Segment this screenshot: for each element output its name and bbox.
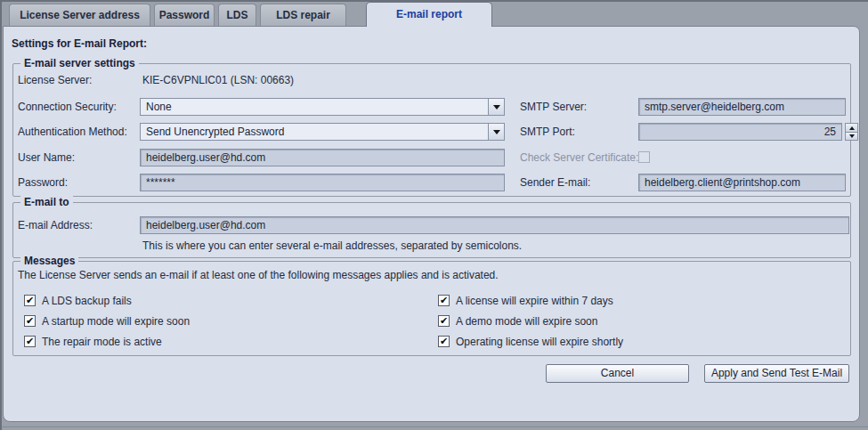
- tab-lds-repair[interactable]: LDS repair: [260, 4, 346, 26]
- password-field[interactable]: *******: [140, 174, 505, 191]
- auth-method-dropdown-button[interactable]: [488, 124, 504, 140]
- auth-method-label: Authentication Method:: [18, 123, 127, 141]
- connection-security-select[interactable]: None: [140, 98, 505, 116]
- license-expire-7days-label: A license will expire within 7 days: [456, 295, 613, 307]
- messages-intro-text: The License Server sends an e-mail if at…: [18, 266, 499, 284]
- smtp-port-label: SMTP Port:: [520, 123, 575, 141]
- operating-license-expire-checkbox[interactable]: ✔: [438, 336, 450, 347]
- chevron-down-icon: [493, 130, 500, 134]
- tab-email-report[interactable]: E-mail report: [366, 2, 492, 27]
- email-address-field[interactable]: heidelberg.user@hd.com: [140, 216, 849, 234]
- messages-group-title: Messages: [20, 255, 78, 267]
- connection-security-selected-value: None: [146, 101, 172, 113]
- operating-license-expire-label: Operating license will expire shortly: [456, 336, 623, 348]
- demo-mode-expire-checkbox[interactable]: ✔: [438, 315, 450, 327]
- startup-mode-expire-checkbox[interactable]: ✔: [24, 315, 36, 327]
- cancel-button[interactable]: Cancel: [546, 364, 689, 383]
- user-name-field[interactable]: heidelberg.user@hd.com: [140, 149, 505, 166]
- apply-and-send-test-email-button[interactable]: Apply and Send Test E-Mail: [704, 364, 849, 383]
- tab-password[interactable]: Password: [154, 4, 215, 26]
- tab-license-server-address[interactable]: License Server address: [9, 4, 150, 26]
- license-expire-7days-checkbox[interactable]: ✔: [438, 295, 450, 306]
- auth-method-selected-value: Send Unencrypted Password: [146, 126, 284, 138]
- tab-lds[interactable]: LDS: [218, 4, 256, 26]
- lds-backup-fails-checkbox[interactable]: ✔: [24, 295, 36, 306]
- smtp-server-field[interactable]: smtp.server@heidelberg.com: [638, 98, 846, 116]
- spinner-up-button[interactable]: [845, 123, 858, 132]
- license-server-label: License Server:: [18, 71, 92, 89]
- license-server-dialog: License Server address Password LDS LDS …: [0, 0, 868, 430]
- check-server-certificate-checkbox: [638, 151, 650, 163]
- smtp-server-label: SMTP Server:: [520, 98, 587, 116]
- email-to-group-title: E-mail to: [20, 196, 73, 208]
- connection-security-label: Connection Security:: [18, 98, 117, 116]
- sender-email-field[interactable]: heidelberg.client@printshop.com: [638, 174, 846, 191]
- password-label: Password:: [18, 174, 68, 191]
- chevron-down-icon: [849, 134, 855, 138]
- email-address-label: E-mail Address:: [18, 216, 93, 234]
- email-address-hint: This is where you can enter several e-ma…: [142, 239, 522, 252]
- demo-mode-expire-label: A demo mode will expire soon: [456, 315, 597, 328]
- auth-method-select[interactable]: Send Unencrypted Password: [140, 123, 505, 141]
- email-server-settings-group-title: E-mail server settings: [20, 57, 139, 69]
- connection-security-dropdown-button[interactable]: [488, 99, 504, 115]
- email-server-settings-group: E-mail server settings License Server: K…: [12, 63, 851, 197]
- email-report-panel: Settings for E-mail Report: E-mail serve…: [3, 26, 860, 422]
- messages-group: Messages The License Server sends an e-m…: [12, 261, 851, 356]
- page-title: Settings for E-mail Report:: [12, 37, 147, 50]
- startup-mode-expire-label: A startup mode will expire soon: [42, 315, 190, 328]
- window-frame-bottom: [0, 426, 868, 427]
- smtp-port-field[interactable]: 25: [638, 123, 842, 141]
- chevron-up-icon: [849, 126, 855, 130]
- user-name-label: User Name:: [18, 149, 75, 166]
- lds-backup-fails-label: A LDS backup fails: [42, 295, 132, 307]
- smtp-port-spinner: [845, 123, 858, 141]
- window-frame-left: [0, 0, 2, 430]
- license-server-value: KIE-C6VPNLIC01 (LSN: 00663): [142, 71, 294, 89]
- sender-email-label: Sender E-mail:: [520, 174, 590, 191]
- spinner-down-button[interactable]: [845, 132, 858, 141]
- check-server-certificate-label: Check Server Certificate:: [520, 149, 638, 166]
- repair-mode-active-checkbox[interactable]: ✔: [24, 336, 36, 347]
- chevron-down-icon: [493, 105, 500, 110]
- email-to-group: E-mail to E-mail Address: heidelberg.use…: [12, 202, 851, 258]
- repair-mode-active-label: The repair mode is active: [42, 336, 162, 348]
